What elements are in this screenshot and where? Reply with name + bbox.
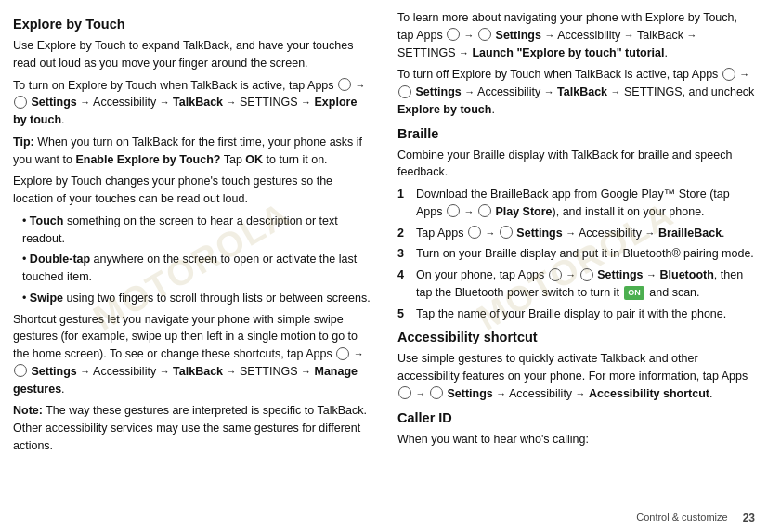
settings-icon-5: [500, 226, 513, 239]
page: MOTOROLA MOTOROLA Explore by Touch Use E…: [0, 0, 768, 532]
apps-icon-4: [722, 68, 735, 81]
bullet-touch: Touch something on the screen to hear a …: [22, 213, 371, 248]
step-5: 5 Tap the name of your Braille display t…: [397, 305, 755, 323]
settings-icon-1: [14, 96, 27, 109]
settings-icon-6: [580, 268, 593, 281]
apps-icon-2: [336, 347, 349, 360]
braille-heading: Braille: [397, 124, 755, 144]
right-p2: To turn off Explore by Touch when TalkBa…: [397, 66, 755, 118]
step-3: 3 Turn on your Braille display and put i…: [397, 245, 755, 263]
explore-by-touch-heading: Explore by Touch: [13, 15, 371, 34]
tip-p: Tip: When you turn on TalkBack for the f…: [13, 134, 371, 169]
footer-text: Control & customize: [636, 511, 727, 526]
left-column: Explore by Touch Use Explore by Touch to…: [0, 0, 384, 532]
apps-icon-1: [338, 78, 351, 91]
apps-icon-3: [447, 28, 460, 41]
apps-icon-5: [447, 204, 460, 217]
explore-p2: To turn on Explore by Touch when TalkBac…: [13, 77, 371, 129]
caller-id-p: When you want to hear who's calling:: [397, 431, 755, 448]
braille-p: Combine your Braille display with TalkBa…: [397, 147, 755, 182]
apps-icon-8: [398, 386, 411, 399]
apps-icon-6: [468, 226, 481, 239]
settings-icon-2: [14, 364, 27, 377]
step-1: 1 Download the BrailleBack app from Goog…: [397, 186, 755, 221]
step-2: 2 Tap Apps → Settings → Accessibility → …: [397, 225, 755, 242]
on-badge: ON: [624, 286, 644, 301]
play-icon-1: [478, 204, 491, 217]
bullet-swipe: Swipe using two fingers to scroll throug…: [22, 290, 371, 307]
apps-icon-7: [549, 268, 562, 281]
footer: Control & customize 23: [636, 511, 755, 526]
bullet-doubletap: Double-tap anywhere on the screen to ope…: [22, 251, 371, 286]
shortcut-p: Shortcut gestures let you navigate your …: [13, 311, 371, 398]
shortcut-desc-p: Use simple gestures to quickly activate …: [397, 350, 755, 402]
step-4: 4 On your phone, tap Apps → Settings → B…: [397, 266, 755, 302]
settings-icon-3: [478, 28, 491, 41]
right-p1: To learn more about navigating your phon…: [397, 9, 755, 61]
settings-icon-4: [398, 85, 411, 98]
settings-icon-7: [430, 386, 443, 399]
footer-page: 23: [743, 511, 755, 526]
caller-id-heading: Caller ID: [397, 409, 755, 428]
note-p: Note: The way these gestures are interpr…: [13, 402, 371, 454]
explore-p4: Explore by Touch changes your phone's to…: [13, 173, 371, 208]
right-column: To learn more about navigating your phon…: [384, 0, 768, 532]
accessibility-shortcut-heading: Accessibility shortcut: [397, 328, 755, 347]
explore-p1: Use Explore by Touch to expand TalkBack,…: [13, 37, 371, 72]
